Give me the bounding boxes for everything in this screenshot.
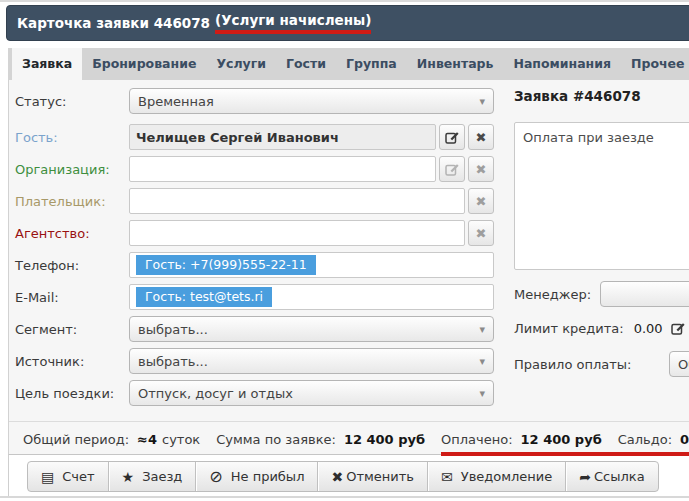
cancel-button[interactable]: ✖ Отменить	[317, 462, 427, 491]
guest-clear-button[interactable]: ✖	[468, 124, 494, 150]
agency-clear-button[interactable]: ✖	[468, 220, 494, 246]
tab-gosti[interactable]: Гости	[276, 48, 336, 80]
status-row: Статус: Временная ▾	[15, 88, 494, 114]
organization-clear-button[interactable]: ✖	[468, 156, 494, 182]
close-icon: ✖	[476, 130, 487, 145]
segment-select[interactable]: выбрать... ▾	[129, 316, 494, 342]
edit-icon[interactable]	[671, 321, 685, 335]
check-in-button[interactable]: ★ Заезд	[108, 462, 196, 491]
email-row: E-Mail: Гость: test@tets.ri	[15, 284, 494, 310]
no-show-icon: ⊘	[209, 467, 222, 486]
chevron-down-icon: ▾	[479, 387, 485, 400]
email-field[interactable]: Гость: test@tets.ri	[129, 284, 494, 310]
organization-row: Организация: ✖	[15, 156, 494, 182]
email-label: E-Mail:	[15, 290, 129, 305]
credit-limit-value: 0.00	[634, 321, 663, 336]
notification-button[interactable]: ✉ Уведомление	[427, 462, 565, 491]
guest-row: Гость: Челищев Сергей Иванович ✖	[15, 124, 494, 150]
source-row: Источник: выбрать... ▾	[15, 348, 494, 374]
tab-bronirovanie[interactable]: Бронирование	[82, 48, 206, 80]
tab-gruppa[interactable]: Группа	[336, 48, 407, 80]
guest-name: Челищев Сергей Иванович	[136, 130, 339, 145]
payment-rule-label: Правило оплаты:	[514, 357, 631, 372]
notification-button-label: Уведомление	[461, 469, 553, 484]
panel-left-edge	[8, 455, 9, 496]
chevron-down-icon: ▾	[479, 355, 485, 368]
payment-rule-row: Правило оплаты: Общ ▾	[514, 351, 689, 377]
manager-select[interactable]: ▾	[600, 281, 689, 307]
payer-label: Плательщик:	[15, 194, 129, 209]
segment-label: Сегмент:	[15, 322, 129, 337]
window-bottom-edge	[0, 496, 689, 498]
payment-rule-select[interactable]: Общ ▾	[669, 351, 689, 377]
invoice-button-label: Счет	[62, 469, 94, 484]
close-icon: ✖	[476, 162, 487, 177]
tab-napominaniya[interactable]: Напоминания	[503, 48, 621, 80]
tab-prochee[interactable]: Прочее	[621, 48, 689, 80]
link-button-label: Ссылка	[594, 469, 645, 484]
purpose-value: Отпуск, досуг и отдых	[138, 386, 473, 401]
manager-row: Менеджер: ▾	[514, 281, 689, 307]
status-label: Статус:	[15, 94, 129, 109]
payer-row: Плательщик: ✖	[15, 188, 494, 214]
organization-field[interactable]	[129, 156, 436, 182]
organization-edit-button[interactable]	[439, 156, 465, 182]
credit-limit-row: Лимит кредита: 0.00	[514, 315, 689, 341]
phone-chip: Гость: +7(999)555-22-11	[136, 255, 316, 275]
phone-label: Телефон:	[15, 258, 129, 273]
source-value: выбрать...	[138, 354, 473, 369]
cancel-button-label: Отменить	[346, 469, 414, 484]
note-textarea[interactable]: Оплата при заезде	[514, 122, 689, 270]
window-titlebar: Карточка заявки 446078 (Услуги начислены…	[6, 5, 689, 41]
segment-value: выбрать...	[138, 322, 473, 337]
period-unit: суток	[162, 432, 200, 447]
source-label: Источник:	[15, 354, 129, 369]
page-title: Карточка заявки 446078	[17, 15, 210, 31]
no-show-button[interactable]: ⊘ Не прибыл	[195, 462, 317, 491]
envelope-icon: ✉	[441, 469, 453, 485]
tab-uslugi[interactable]: Услуги	[206, 48, 276, 80]
edit-icon	[445, 162, 459, 176]
form-left-column: Статус: Временная ▾ Гость: Челищев Серге…	[15, 88, 494, 412]
chevron-down-icon: ▾	[479, 323, 485, 336]
page-title-status: (Услуги начислены)	[215, 12, 371, 34]
no-show-button-label: Не прибыл	[231, 469, 305, 484]
period-label: Общий период:	[23, 432, 129, 447]
summary-bar: Общий период: ≈4 суток Сумма по заявке: …	[9, 421, 689, 456]
invoice-button[interactable]: ▤ Счет	[28, 462, 108, 491]
details-right-column: Заявка #446078 Оплата при заезде Менедже…	[514, 88, 689, 377]
guest-label: Гость:	[15, 130, 129, 145]
balance-value: 0 руб	[680, 432, 689, 447]
purpose-select[interactable]: Отпуск, досуг и отдых ▾	[129, 380, 494, 406]
request-heading: Заявка #446078	[514, 88, 689, 106]
request-panel: Статус: Временная ▾ Гость: Челищев Серге…	[8, 80, 689, 455]
source-select[interactable]: выбрать... ▾	[129, 348, 494, 374]
payer-clear-button[interactable]: ✖	[468, 188, 494, 214]
link-button[interactable]: ➦ Ссылка	[565, 462, 657, 491]
balance-label: Сальдо:	[618, 432, 672, 447]
agency-row: Агентство: ✖	[15, 220, 494, 246]
segment-row: Сегмент: выбрать... ▾	[15, 316, 494, 342]
agency-field[interactable]	[129, 220, 465, 246]
paid-label: Оплачено:	[441, 432, 513, 447]
guest-edit-button[interactable]	[439, 124, 465, 150]
check-in-button-label: Заезд	[142, 469, 182, 484]
organization-label: Организация:	[15, 162, 129, 177]
phone-field[interactable]: Гость: +7(999)555-22-11	[129, 252, 494, 278]
window-top-edge	[0, 0, 689, 2]
tab-inventar[interactable]: Инвентарь	[407, 48, 504, 80]
status-select[interactable]: Временная ▾	[129, 88, 494, 114]
period-value: ≈4	[137, 432, 157, 447]
tab-zayavka[interactable]: Заявка	[12, 48, 82, 80]
payment-rule-value: Общ	[678, 357, 689, 372]
manager-label: Менеджер:	[514, 287, 591, 302]
paid-balance-underlined: Оплачено: 12 400 руб Сальдо: 0 руб	[441, 432, 689, 456]
credit-limit-label: Лимит кредита:	[514, 321, 624, 336]
amount-label: Сумма по заявке:	[216, 432, 336, 447]
guest-field[interactable]: Челищев Сергей Иванович	[129, 124, 436, 150]
star-icon: ★	[122, 469, 135, 485]
payer-field[interactable]	[129, 188, 465, 214]
close-icon: ✖	[476, 226, 487, 241]
invoice-icon: ▤	[41, 469, 54, 485]
email-chip: Гость: test@tets.ri	[136, 287, 272, 307]
